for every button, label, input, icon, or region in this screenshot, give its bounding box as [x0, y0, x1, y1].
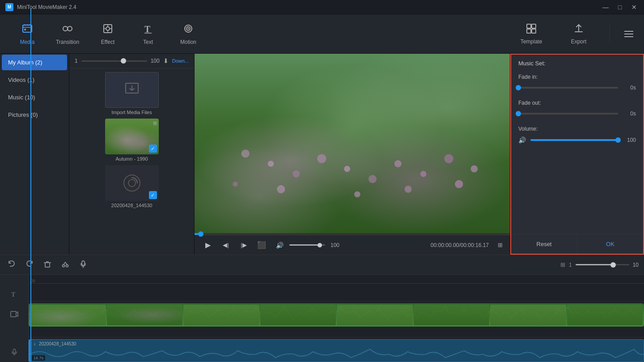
svg-rect-0 — [23, 25, 32, 32]
fade-in-thumb[interactable] — [516, 85, 521, 90]
preview-controls: ▶ ◀| |▶ ⬛ 🔊 100 00:00:00.00/00:00:16.17 … — [195, 235, 510, 255]
timeline-zoom-track[interactable] — [576, 264, 629, 265]
import-media-item[interactable]: Import Media Files — [105, 72, 159, 115]
volume-track[interactable] — [289, 244, 325, 246]
export-icon — [573, 23, 585, 36]
voice-button[interactable] — [77, 260, 89, 270]
volume-label: Volume: — [518, 126, 636, 132]
toolbar-template[interactable]: Template — [511, 18, 551, 50]
audio-track: ♪ 20200428_144530 16.7s — [29, 337, 644, 362]
time-current: 00:00:00.00 — [431, 242, 459, 248]
step-back-button[interactable]: ◀| — [220, 242, 232, 248]
minimize-button[interactable]: — — [601, 4, 610, 11]
svg-point-26 — [344, 166, 350, 172]
music-set-panel: Music Set: Fade in: 0s Fade out: — [510, 54, 644, 255]
app-icon: M — [5, 3, 13, 11]
svg-text:T: T — [144, 24, 151, 34]
undo-button[interactable] — [5, 260, 18, 270]
toolbar-export[interactable]: Export — [559, 18, 599, 50]
template-label: Template — [521, 38, 542, 45]
fit-button[interactable]: ⊞ — [498, 242, 503, 248]
close-button[interactable]: ✕ — [630, 4, 639, 11]
reset-button[interactable]: Reset — [511, 234, 577, 254]
timeline-zoom-min: 1 — [569, 262, 572, 268]
timeline-zoom-max: 10 — [633, 262, 639, 268]
preview-progress-bar[interactable] — [195, 233, 510, 235]
svg-rect-15 — [527, 24, 531, 28]
music-set-content: Fade in: 0s Fade out: — [511, 70, 643, 234]
maximize-button[interactable]: □ — [615, 4, 624, 11]
step-forward-button[interactable]: |▶ — [237, 242, 250, 248]
timeline-ruler-tracks: 0s — [29, 275, 644, 362]
audio-media-item[interactable]: ✓ 20200428_144530 — [105, 165, 159, 208]
fade-out-thumb[interactable] — [516, 111, 521, 116]
sidebar-item-pictures[interactable]: Pictures (0) — [2, 107, 67, 123]
svg-point-14 — [188, 28, 189, 29]
timeline-zoom-fill — [576, 264, 613, 265]
video-clip[interactable] — [29, 303, 644, 327]
toolbar-motion[interactable]: Motion — [168, 18, 208, 50]
cut-button[interactable] — [59, 260, 72, 270]
audio-clip-label: 20200428_144530 — [39, 341, 76, 346]
sidebar-my-album-label: My Album (2) — [8, 59, 42, 66]
import-media-thumb[interactable] — [105, 72, 159, 108]
fade-in-label: Fade in: — [518, 74, 636, 80]
sidebar-item-my-album[interactable]: My Album (2) — [2, 55, 67, 70]
fade-in-track[interactable] — [518, 87, 618, 89]
video-frame — [195, 54, 510, 233]
svg-rect-1 — [24, 29, 26, 30]
autumn-media-item[interactable]: ⊞ ✓ Autumn - 1990 — [105, 119, 159, 162]
toolbar-media[interactable]: Media — [7, 18, 47, 50]
svg-point-35 — [405, 186, 412, 193]
media-panel: 1 100 ⬇ Down... Import Media Fi — [69, 54, 195, 255]
redo-button[interactable] — [23, 260, 36, 270]
fade-out-label: Fade out: — [518, 100, 636, 106]
volume-thumb[interactable] — [615, 137, 621, 143]
text-icon: T — [142, 23, 154, 36]
preview-video — [195, 54, 510, 233]
flower-overlay — [195, 54, 510, 233]
toolbar-text[interactable]: T Text — [128, 18, 168, 50]
zoom-slider[interactable] — [81, 60, 147, 62]
export-label: Export — [571, 38, 587, 45]
progress-thumb[interactable] — [198, 231, 203, 237]
volume-slider-icon: 🔊 — [518, 136, 526, 144]
template-icon — [525, 23, 537, 36]
svg-point-25 — [317, 154, 326, 163]
motion-icon — [182, 23, 194, 36]
sidebar-item-music[interactable]: Music (10) — [2, 89, 67, 105]
sidebar-item-videos[interactable]: Videos (1) — [2, 72, 67, 88]
audio-check: ✓ — [149, 191, 157, 199]
zoom-thumb[interactable] — [121, 58, 126, 64]
ok-button[interactable]: OK — [577, 234, 643, 254]
svg-point-34 — [354, 191, 360, 197]
media-icon — [21, 23, 33, 36]
right-panel: Music Set: Fade in: 0s Fade out: — [510, 54, 644, 255]
toolbar-transition[interactable]: Transition — [47, 18, 88, 50]
transition-icon — [62, 23, 73, 36]
time-total: 00:00:16.17 — [461, 242, 489, 248]
sidebar-videos-label: Videos (1) — [8, 77, 34, 83]
menu-button[interactable] — [621, 27, 637, 41]
svg-text:T: T — [11, 291, 16, 298]
play-button[interactable]: ▶ — [202, 241, 214, 249]
toolbar-right: Template Export — [511, 18, 637, 50]
audio-thumb: ✓ — [105, 165, 159, 201]
audio-clip[interactable]: ♪ 20200428_144530 16.7s — [29, 339, 644, 362]
volume-row: Volume: 🔊 100 — [518, 126, 636, 144]
main-content: My Album (2) Videos (1) Music (10) Pictu… — [0, 54, 644, 255]
svg-rect-17 — [527, 29, 531, 33]
fade-out-slider-row: 0s — [518, 111, 636, 117]
delete-button[interactable] — [41, 260, 54, 270]
svg-point-31 — [470, 165, 478, 172]
autumn-thumb: ⊞ ✓ — [105, 119, 159, 154]
volume-value: 100 — [330, 242, 339, 248]
svg-point-30 — [444, 154, 453, 163]
timeline-zoom-thumb[interactable] — [610, 262, 616, 268]
crop-button[interactable]: ⬛ — [255, 241, 268, 249]
audio-label: 20200428_144530 — [105, 203, 159, 208]
toolbar-effect[interactable]: Effect — [88, 18, 128, 50]
volume-thumb[interactable] — [318, 243, 322, 247]
volume-track[interactable] — [530, 139, 618, 141]
fade-out-track[interactable] — [518, 113, 618, 115]
